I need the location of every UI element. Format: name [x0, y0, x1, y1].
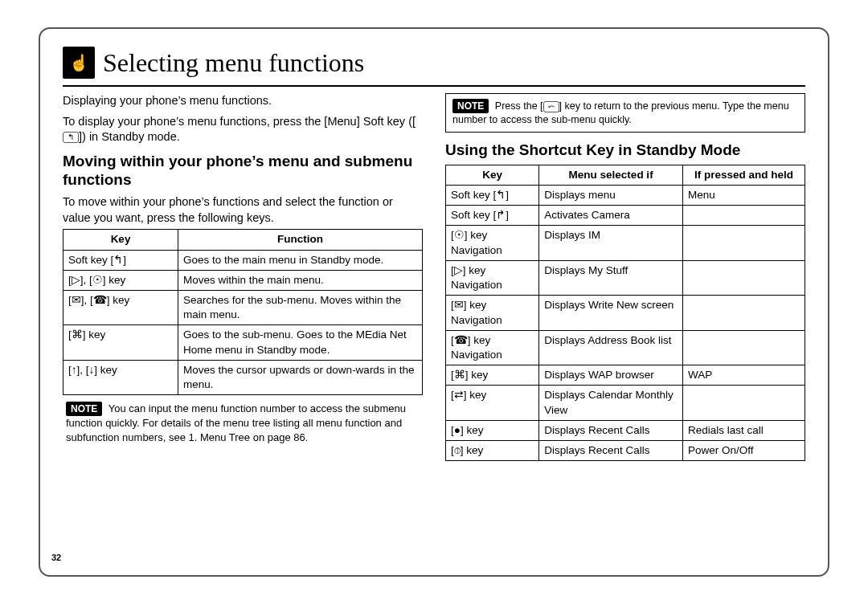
cell-held	[683, 226, 805, 260]
key-function-table: Key Function Soft key [↰]Goes to the mai…	[63, 229, 423, 395]
cell-key: Soft key [↰]	[446, 186, 539, 206]
footnote: NOTE You can input the menu function num…	[63, 402, 423, 444]
cell-key: [✉], [☎] key	[63, 290, 178, 324]
table-row: [⌘] keyGoes to the sub-menu. Goes to the…	[63, 325, 423, 360]
cell-function: Goes to the main menu in Standby mode.	[178, 250, 423, 270]
table-row: [✉], [☎] keySearches for the sub-menu. M…	[63, 290, 423, 324]
note-box: NOTE Press the [⤺] key to return to the …	[445, 93, 805, 133]
cell-key: [▷] key Navigation	[446, 260, 539, 295]
table-row: [⌽] keyDisplays Recent CallsPower On/Off	[446, 441, 805, 461]
left-column: Displaying your phone’s menu functions. …	[63, 93, 423, 461]
table-row: [⌘] keyDisplays WAP browserWAP	[446, 365, 805, 386]
page-title: Selecting menu functions	[103, 48, 364, 78]
softkey-left-icon: ↰	[63, 132, 79, 143]
note-label: NOTE	[66, 402, 102, 416]
th-key: Key	[446, 165, 539, 185]
section-body: To move within your phone’s functions an…	[63, 194, 423, 226]
cell-key: [⌽] key	[446, 441, 539, 461]
cell-key: [↑], [↓] key	[63, 360, 178, 394]
section-heading-shortcut: Using the Shortcut Key in Standby Mode	[445, 141, 805, 160]
cell-key: [✉] key Navigation	[446, 296, 539, 330]
cell-key: [⌘] key	[63, 325, 178, 360]
cell-menu: Displays IM	[539, 226, 683, 260]
cell-held: Redials last call	[683, 420, 805, 440]
cell-key: [⇄] key	[446, 386, 539, 420]
page-number: 32	[51, 553, 61, 562]
table-row: [●] keyDisplays Recent CallsRedials last…	[446, 420, 805, 440]
cell-key: [☉] key Navigation	[446, 226, 539, 260]
cell-menu: Displays Write New screen	[539, 296, 683, 330]
cell-function: Moves the cursor upwards or down-wards i…	[178, 360, 423, 394]
cell-menu: Displays Recent Calls	[539, 441, 683, 461]
cell-key: [●] key	[446, 420, 539, 440]
cell-held	[683, 386, 805, 420]
cell-menu: Displays WAP browser	[539, 365, 683, 386]
cell-held	[683, 296, 805, 330]
cell-menu: Displays Recent Calls	[539, 420, 683, 440]
table-row: [☎] key NavigationDisplays Address Book …	[446, 330, 805, 365]
cell-menu: Displays Calendar Monthly View	[539, 386, 683, 420]
table-row: [▷] key NavigationDisplays My Stuff	[446, 260, 805, 295]
table-row: Soft key [↰]Goes to the main menu in Sta…	[63, 250, 423, 270]
table-row: [✉] key NavigationDisplays Write New scr…	[446, 296, 805, 330]
table-row: [▷], [☉] keyMoves within the main menu.	[63, 270, 423, 290]
note-label: NOTE	[452, 99, 489, 113]
hand-icon: ☝	[63, 47, 95, 79]
cell-held	[683, 206, 805, 226]
back-key-icon: ⤺	[543, 101, 559, 112]
cell-held: Power On/Off	[683, 441, 805, 461]
intro-text: Displaying your phone’s menu functions.	[63, 93, 423, 109]
table-row: [☉] key NavigationDisplays IM	[446, 226, 805, 260]
cell-menu: Displays menu	[539, 186, 683, 206]
right-column: NOTE Press the [⤺] key to return to the …	[445, 93, 805, 461]
cell-menu: Displays Address Book list	[539, 330, 683, 365]
cell-key: [☎] key Navigation	[446, 330, 539, 365]
cell-menu: Displays My Stuff	[539, 260, 683, 295]
cell-held	[683, 330, 805, 365]
cell-key: Soft key [↰]	[63, 250, 178, 270]
cell-held	[683, 260, 805, 295]
intro-text-2: To display your phone’s menu functions, …	[63, 114, 423, 145]
cell-key: Soft key [↱]	[446, 206, 539, 226]
cell-key: [⌘] key	[446, 365, 539, 386]
table-row: Soft key [↱]Activates Camera	[446, 206, 805, 226]
cell-function: Searches for the sub-menu. Moves within …	[178, 290, 423, 324]
th-menu: Menu selected if	[539, 165, 683, 185]
divider	[63, 85, 805, 87]
cell-function: Moves within the main menu.	[178, 270, 423, 290]
table-row: [⇄] keyDisplays Calendar Monthly View	[446, 386, 805, 420]
cell-held: Menu	[683, 186, 805, 206]
th-key: Key	[63, 230, 178, 250]
table-row: [↑], [↓] keyMoves the cursor upwards or …	[63, 360, 423, 394]
note-text: You can input the menu function number t…	[66, 402, 406, 443]
cell-menu: Activates Camera	[539, 206, 683, 226]
shortcut-table: Key Menu selected if If pressed and held…	[445, 165, 805, 462]
table-row: Soft key [↰]Displays menuMenu	[446, 186, 805, 206]
th-function: Function	[178, 230, 423, 250]
th-held: If pressed and held	[683, 165, 805, 185]
section-heading-moving: Moving within your phone’s menu and subm…	[63, 152, 423, 190]
page-header: ☝ Selecting menu functions	[63, 47, 805, 79]
cell-function: Goes to the sub-menu. Goes to the MEdia …	[178, 325, 423, 360]
cell-key: [▷], [☉] key	[63, 270, 178, 290]
cell-held: WAP	[683, 365, 805, 386]
